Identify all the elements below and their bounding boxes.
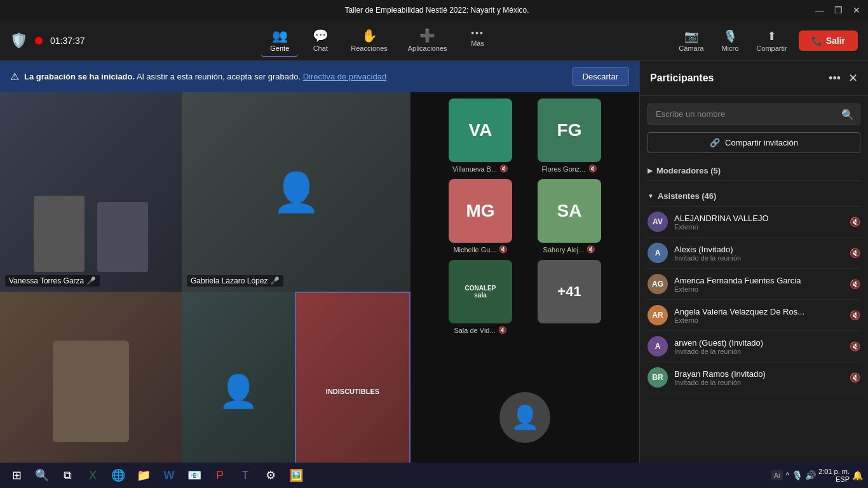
teams-icon: T xyxy=(242,469,249,482)
participant-role: Externo xyxy=(674,316,843,324)
ai-label: Ai xyxy=(771,470,783,480)
minimize-button[interactable]: — xyxy=(815,5,824,15)
thumb-va-name: Villanueva B... 🔇 xyxy=(452,165,508,173)
participant-name: Alexis (Invitado) xyxy=(674,245,843,254)
record-indicator xyxy=(35,37,43,44)
avatar-va: VA xyxy=(449,98,512,162)
word-taskbar[interactable]: W xyxy=(158,464,180,487)
end-call-button[interactable]: 📞 Salir xyxy=(799,30,858,51)
attendees-label: Asistentes (46) xyxy=(658,191,716,201)
video-area: ⚠ La grabación se ha iniciado. Al asisti… xyxy=(0,61,639,488)
avatar-ar: AR xyxy=(648,305,668,325)
mic-icon: 🎙️ xyxy=(723,29,737,43)
avatar-fg: FG xyxy=(538,98,601,162)
taskbar: ⊞ 🔍 ⧉ X 🌐 📁 W 📧 P T ⚙ 🖼️ Ai ^ 🎙️ 🔊 2:01 … xyxy=(0,463,868,488)
search-taskbar-icon: 🔍 xyxy=(35,468,49,482)
edge-icon: 🌐 xyxy=(111,468,125,482)
video-grid: Vanessa Torres Garza 🎤 Barrera,Diana,MX-… xyxy=(0,92,639,488)
participant-name: ALEJANDRINA VALLEJO xyxy=(674,214,843,223)
panel-title: Participantes xyxy=(650,72,714,84)
system-lang: ESP xyxy=(818,475,850,483)
thumb-fg-mic: 🔇 xyxy=(588,165,597,173)
title-bar: Taller de Empleabilidad Nestlé 2022: Nay… xyxy=(0,0,868,20)
close-button[interactable]: ✕ xyxy=(853,5,860,15)
vanessa-mic-icon: 🎤 xyxy=(86,276,96,285)
chat-button[interactable]: 💬 Chat xyxy=(301,24,339,57)
barrera-video: Barrera,Diana,MX-Ciudad de México xyxy=(0,292,182,488)
maximize-button[interactable]: ❐ xyxy=(834,5,843,15)
mic-off-icon: 🔇 xyxy=(850,217,860,227)
mic-button[interactable]: 🎙️ Micro xyxy=(715,25,745,56)
share-invite-button[interactable]: 🔗 Compartir invitación xyxy=(648,132,860,153)
apps-button[interactable]: ➕ Aplicaciones xyxy=(399,24,456,57)
more-participants-badge[interactable]: +41 xyxy=(538,260,601,323)
edge-taskbar[interactable]: 🌐 xyxy=(107,464,130,487)
search-taskbar[interactable]: 🔍 xyxy=(31,464,53,487)
reactions-icon: ✋ xyxy=(362,28,377,43)
moderators-chevron: ▶ xyxy=(648,167,653,174)
avatar-al: A xyxy=(648,243,668,263)
chat-icon: 💬 xyxy=(313,28,329,43)
gente-button[interactable]: 👥 Gente xyxy=(261,24,299,57)
vanessa-video: Vanessa Torres Garza 🎤 xyxy=(0,92,182,292)
garcia-video: INDISCUTIBLES García,Gabriela,MX-Ciudad … xyxy=(295,292,410,488)
thumb-more[interactable]: +41 xyxy=(528,260,611,337)
mic-off-icon: 🔇 xyxy=(850,341,860,351)
thumb-sa-mic: 🔇 xyxy=(587,245,595,254)
participant-role: Invitado de la reunión xyxy=(674,379,843,386)
participant-name: Brayan Ramos (Invitado) xyxy=(674,369,843,379)
share-invite-icon: 🔗 xyxy=(710,138,720,147)
vanessa-label: Vanessa Torres Garza 🎤 xyxy=(5,275,100,287)
thumb-va: VA Villanueva B... 🔇 xyxy=(439,98,522,173)
explorer-taskbar[interactable]: 📁 xyxy=(132,464,155,487)
call-timer: 01:37:37 xyxy=(50,36,85,46)
participant-name: America Fernanda Fuentes Garcia xyxy=(674,276,843,285)
search-input[interactable] xyxy=(648,104,860,125)
outlook-taskbar[interactable]: 📧 xyxy=(183,464,206,487)
notification-icon[interactable]: 🔔 xyxy=(852,470,863,480)
warning-icon: ⚠ xyxy=(10,71,19,83)
moderators-label: Moderadores (5) xyxy=(656,166,721,175)
task-view[interactable]: ⧉ xyxy=(56,464,79,487)
apps-icon: ➕ xyxy=(419,28,435,43)
attendees-chevron: ▼ xyxy=(648,193,654,200)
panel-more-button[interactable]: ••• xyxy=(829,72,841,85)
participant-row: A arwen (Guest) (Invitado) Invitado de l… xyxy=(648,331,860,362)
search-icon: 🔍 xyxy=(841,108,854,120)
privacy-link[interactable]: Directiva de privacidad xyxy=(303,72,387,81)
camera-icon: 📷 xyxy=(684,29,698,43)
share-button[interactable]: ⬆ Compartir xyxy=(750,25,793,56)
volume-icon[interactable]: 🔊 xyxy=(805,470,816,480)
panel-close-button[interactable]: ✕ xyxy=(848,71,858,85)
thumb-conalep: CONALEPsala Sala de Vid... 🔇 xyxy=(439,260,522,337)
banner-normal-text: Al asistir a esta reunión, acepta ser gr… xyxy=(137,72,301,81)
tray-up-icon[interactable]: ^ xyxy=(785,471,789,480)
gabriela-mic-icon: 🎤 xyxy=(270,276,280,285)
reactions-button[interactable]: ✋ Reacciones xyxy=(342,24,396,57)
photos-taskbar[interactable]: 🖼️ xyxy=(285,464,308,487)
teams-taskbar[interactable]: T xyxy=(234,464,257,487)
start-button[interactable]: ⊞ xyxy=(5,464,28,487)
avatar-grid: VA Villanueva B... 🔇 FG Flores Gonz... 🔇 xyxy=(410,92,639,344)
attendees-section[interactable]: ▼ Asistentes (46) xyxy=(648,186,860,207)
thumb-mg: MG Michelle Gu... 🔇 xyxy=(439,179,522,254)
mic-off-icon: 🔇 xyxy=(850,372,860,383)
avatar-ag: AG xyxy=(648,274,668,294)
camera-button[interactable]: 📷 Cámara xyxy=(672,25,710,56)
more-button[interactable]: ••• Más xyxy=(459,24,497,57)
dismiss-button[interactable]: Descartar xyxy=(572,67,629,86)
excel-taskbar[interactable]: X xyxy=(81,464,104,487)
powerpoint-taskbar[interactable]: P xyxy=(208,464,231,487)
settings-icon: ⚙ xyxy=(266,468,276,482)
participant-role: Invitado de la reunión xyxy=(674,348,843,355)
avatar-conalep: CONALEPsala xyxy=(449,260,512,323)
participant-role: Externo xyxy=(674,223,843,231)
left-video-column: Vanessa Torres Garza 🎤 Barrera,Diana,MX-… xyxy=(0,92,182,488)
thumbnail-panel: VA Villanueva B... 🔇 FG Flores Gonz... 🔇 xyxy=(410,92,639,488)
window-title: Taller de Empleabilidad Nestlé 2022: Nay… xyxy=(58,6,815,15)
photos-icon: 🖼️ xyxy=(289,468,303,482)
settings-taskbar[interactable]: ⚙ xyxy=(259,464,282,487)
thumb-sa: SA Sahory Alej... 🔇 xyxy=(528,179,611,254)
task-view-icon: ⧉ xyxy=(64,469,72,482)
moderators-section[interactable]: ▶ Moderadores (5) xyxy=(648,161,860,181)
